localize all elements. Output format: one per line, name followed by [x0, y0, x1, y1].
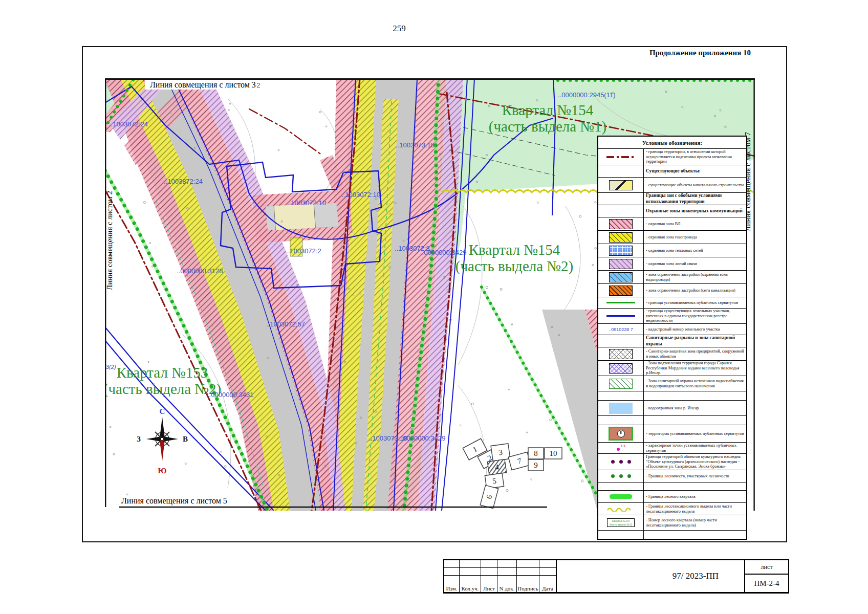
- page-number: 259: [82, 24, 717, 34]
- column-izm: Изм.: [444, 576, 460, 592]
- legend-label: - Граница лесотаксационного выдела или ч…: [644, 503, 746, 515]
- legend-label: - Номер лесного квартала (номер части ле…: [644, 517, 746, 529]
- legend-label: Граница территорий объектов культурного …: [644, 454, 746, 470]
- cadastral-label: 3(2): [106, 364, 116, 370]
- powerline-zone-icon: [609, 219, 633, 229]
- quarter-154-2-line1: Квартал №154: [469, 242, 560, 258]
- legend-label: - Зона санитарной охраны источников водо…: [644, 378, 746, 389]
- legend-subheader: Существующие объекты:: [644, 168, 746, 174]
- legend-label: - территория устанавливаемых публичных с…: [644, 431, 746, 437]
- legend-label: - Граница лесного квартала: [644, 494, 746, 500]
- column-ndok: N док.: [497, 576, 517, 592]
- match-line-bottom-label: Линия совмещения с листом 5: [121, 496, 227, 506]
- water-pipe-zone-icon: [609, 272, 633, 282]
- match-line-left-label: Линия совмещения с листом 2: [105, 191, 114, 290]
- cadastral-label: ..1003072:57: [266, 320, 305, 328]
- document-number: 97/ 2023-ПП: [557, 560, 745, 592]
- quarter-154-2-line2: (часть выдела №2): [455, 258, 573, 275]
- legend-label: - охранная зона ВЛ: [644, 221, 746, 227]
- existing-object-icon: [609, 180, 633, 190]
- column-list: Лист: [481, 576, 497, 592]
- legend-label: - кадастровый номер земельного участка: [644, 326, 746, 333]
- legend-label: - граница устанавливаемых публичных серв…: [644, 300, 746, 306]
- sheet-number: 10: [550, 449, 557, 457]
- legend-label: - водоохранная зона р. Инсар: [644, 405, 746, 411]
- sewer-zone-icon: [609, 286, 633, 296]
- water-protection-zone-icon: [609, 403, 633, 414]
- legend-label: - охранная зона газопровода: [644, 234, 746, 240]
- servitude-boundary-icon: [606, 302, 635, 303]
- cadastral-label: ..1003872:24: [164, 178, 203, 185]
- comms-zone-icon: [609, 259, 633, 269]
- parcel-boundary-icon: [606, 315, 635, 317]
- legend-subheader: Санитарные разрывы и зона санитарной охр…: [644, 335, 746, 347]
- quarter-153-2-line2: (часть выдела №2): [105, 381, 221, 398]
- quarter-153-2-line1: Квартал №153: [117, 364, 208, 381]
- cadastral-label: ..1003072:10: [287, 199, 326, 207]
- legend-label: - Санитарно-защитная зона предприятий, с…: [644, 348, 746, 360]
- legend-panel: Условные обозначения: - граница территор…: [597, 136, 747, 540]
- cadastral-label: ..0000000:3429: [420, 249, 466, 256]
- heat-network-zone-icon: [609, 246, 633, 256]
- title-block: Изм. Кол.уч. Лист N док. Подпись Дата 97…: [443, 559, 789, 594]
- column-podpis: Подпись: [517, 576, 539, 592]
- forest-quarter-boundary-icon: [610, 494, 632, 499]
- sheet-code-cell: лист ПМ-2-4: [745, 560, 788, 592]
- compass-north-label: С: [160, 407, 165, 415]
- wavy-line-icon: [606, 507, 635, 512]
- legend-label: - характерные точки устанавливаемых публ…: [644, 443, 746, 454]
- cadastral-number-sample: ..0910238 7: [609, 327, 633, 332]
- flood-zone-icon: [609, 363, 633, 374]
- legend-label: - зона ограничения застройки (сети канал…: [644, 288, 746, 294]
- legend-label: - охранная зона тепловых сетей: [644, 248, 746, 254]
- quarter-154-1-line2: (часть выдела №1): [489, 118, 606, 135]
- characteristic-point-icon: 13: [617, 444, 625, 453]
- forestry-boundary-icon: [611, 474, 631, 478]
- cadastral-label: ..1003072:10: [341, 191, 380, 199]
- servitude-territory-icon: [609, 427, 633, 441]
- water-source-protection-icon: [609, 379, 633, 389]
- title-block-revision-table: Изм. Кол.уч. Лист N док. Подпись Дата: [444, 560, 557, 592]
- legend-label: - зона ограничения застройки (охранная з…: [644, 272, 746, 283]
- dashdot-boundary-icon: [606, 156, 635, 158]
- legend-label: - граница территории, в отношении которо…: [644, 149, 746, 165]
- legend-label: - Зона подтопления территории города Сар…: [644, 360, 746, 377]
- column-koluch: Кол.уч.: [460, 576, 481, 592]
- sanitary-zone-icon: [609, 349, 633, 359]
- cadastral-label: ..0000000:2945(11): [558, 91, 616, 99]
- sheet-label: лист: [745, 560, 788, 575]
- legend-title: Условные обозначения:: [598, 140, 746, 146]
- legend-label: - Граница лесничеств, участковых лесниче…: [644, 473, 746, 479]
- appendix-continuation-label: Продолжение приложения 10: [82, 49, 751, 57]
- quarter-154-1-line1: Квартал №154: [502, 102, 594, 118]
- column-data: Дата: [539, 576, 556, 592]
- compass-south-label: Ю: [158, 467, 167, 475]
- match-line-top-label: Линия совмещения с листом 3: [150, 80, 256, 90]
- quarter-number-sample: Квартал №154(часть выдела №1): [607, 518, 635, 528]
- legend-subheader: Охранные зоны инженерных коммуникаций: [644, 208, 746, 214]
- compass-east-label: В: [183, 435, 188, 443]
- cadastral-label: ..1003072:24: [109, 120, 148, 128]
- plan-sheet-page: 259 Продолжение приложения 10: [0, 0, 868, 614]
- sheet-number: 8: [534, 449, 538, 457]
- legend-label: - существующие объекты капитального стро…: [644, 182, 746, 188]
- gas-zone-icon: [609, 232, 633, 243]
- legend-label: - граница существующих земельных участко…: [644, 308, 746, 324]
- sheet-number: 9: [534, 461, 538, 469]
- cadastral-label: ..1003073:18: [396, 141, 435, 149]
- cadastral-label: ..0000000:3429: [399, 434, 445, 442]
- cadastral-label: ..0000000:3128: [177, 267, 223, 275]
- compass-west-label: З: [137, 435, 141, 443]
- sheet-code: ПМ-2-4: [745, 575, 788, 592]
- clock-icon: [617, 430, 625, 437]
- cadastral-label: ..1003072:2: [286, 247, 321, 255]
- legend-subheader: Границы зон с обобыми условиями использо…: [644, 192, 746, 205]
- heritage-boundary-icon: [611, 460, 631, 464]
- legend-label: - охранная зона линий связи: [644, 261, 746, 267]
